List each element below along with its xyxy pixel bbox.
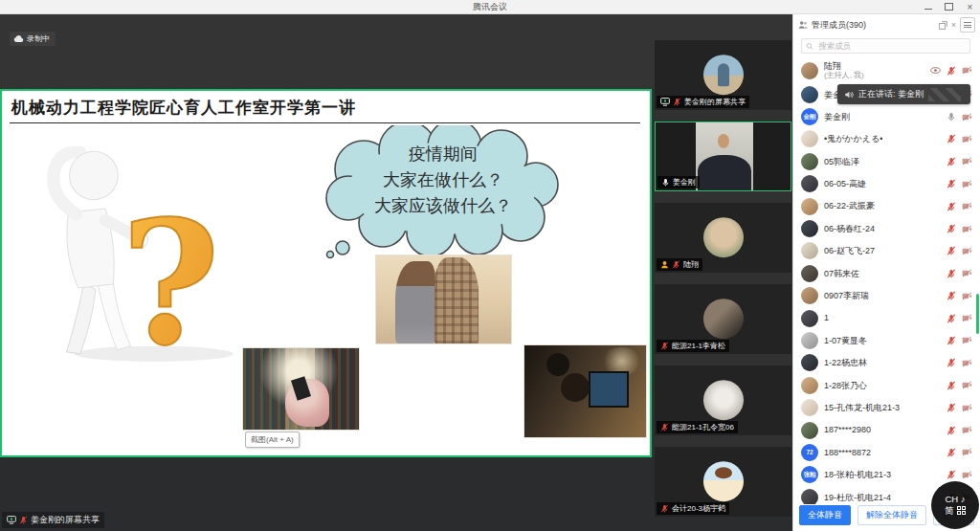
member-row[interactable]: 15-孔伟龙-机电21-3 [793,396,980,418]
mic-muted-icon[interactable] [947,224,956,233]
member-row[interactable]: 1 [793,307,980,329]
camera-off-icon[interactable] [962,269,972,277]
camera-off-icon[interactable] [962,404,972,412]
recording-badge[interactable]: 录制中 [10,32,56,46]
member-name: 19-杜欣-机电21-4 [824,493,891,502]
member-row[interactable]: 1-22杨忠林 [793,352,980,374]
maximize-icon[interactable] [945,3,953,11]
member-row[interactable]: 187****2980 [793,419,980,441]
member-row[interactable]: 06-杨春红-24 [793,217,980,239]
member-row[interactable]: 06-赵飞飞-27 [793,240,980,262]
mic-muted-icon[interactable] [947,448,956,457]
ime-grid-icon [957,506,966,515]
ime-indicator[interactable]: CH ♪ 简 [931,481,979,529]
thinking-figure-illustration: ? [8,137,266,365]
mic-muted-icon [660,342,669,350]
camera-off-icon[interactable] [962,471,972,479]
video-tile[interactable]: 能源21-1孔令宽06 [655,365,791,435]
member-row[interactable]: 金刚 姜金刚 [793,105,980,127]
mic-muted-icon[interactable] [947,202,956,211]
video-tile[interactable]: 会计20-3杨宇鹤 [655,447,791,517]
member-avatar [801,354,818,371]
mic-muted-icon[interactable] [947,246,956,255]
member-row[interactable]: 06-22-武振豪 [793,195,980,217]
close-icon[interactable]: × [966,3,974,11]
video-tile[interactable]: 姜金刚的屏幕共享 [655,40,791,110]
member-row[interactable]: 06-05-高婕 [793,173,980,195]
tile-name-label: 姜金刚 [657,176,700,188]
ime-lang-text: 简 [945,506,954,516]
unmute-all-button[interactable]: 解除全体静音 [858,505,926,525]
video-tile[interactable]: 能源21-1李青松 [655,284,791,354]
member-search-box[interactable] [801,38,970,54]
camera-off-icon[interactable] [962,157,972,166]
member-name: 姜金刚 [824,112,850,122]
camera-off-icon[interactable] [962,66,972,75]
close-panel-icon[interactable]: × [951,20,956,30]
panel-menu-icon[interactable] [960,17,975,33]
member-avatar [801,422,818,439]
camera-off-icon[interactable] [962,314,972,322]
camera-off-icon[interactable] [962,448,972,456]
search-input[interactable] [816,40,966,52]
member-name: 1-07黄显冬 [824,336,867,345]
camera-off-icon[interactable] [962,292,972,300]
camera-off-icon[interactable] [962,113,972,122]
mic-muted-icon[interactable] [947,381,956,390]
mic-muted-icon[interactable] [947,291,956,300]
member-row[interactable]: 0907李新瑞 [793,285,980,307]
camera-off-icon[interactable] [962,180,972,188]
scrollbar-thumb[interactable] [976,294,979,334]
mic-muted-icon[interactable] [947,157,956,166]
couple-woman-shape [395,261,435,343]
member-name: 07韩来佐 [824,269,859,278]
screen-share-icon [7,516,16,524]
camera-off-icon[interactable] [962,426,972,434]
camera-off-icon[interactable] [962,247,972,255]
member-row[interactable]: 72 188****8872 [793,441,980,463]
tile-name-label: 能源21-1李青松 [657,340,729,352]
member-row[interactable]: 1-07黄显冬 [793,329,980,351]
mic-muted-icon[interactable] [947,403,956,412]
camera-off-icon[interactable] [962,359,972,367]
window-title: 腾讯会议 [0,1,980,13]
svg-text:?: ? [121,184,220,365]
mic-muted-icon[interactable] [947,358,956,367]
member-row[interactable]: 07韩来佐 [793,262,980,284]
member-avatar [801,332,818,349]
member-avatar: 张粕 [801,466,818,483]
member-row[interactable]: 05郭临泽 [793,150,980,172]
tile-participant-name: 能源21-1李青松 [672,341,725,351]
mic-muted-icon[interactable] [947,314,956,323]
video-tile[interactable]: 陆翔 [655,203,791,273]
mic-on-icon[interactable] [947,112,956,122]
camera-off-icon[interactable] [962,202,972,210]
tile-participant-name: 会计20-3杨宇鹤 [672,503,725,514]
participant-avatar [703,461,744,501]
camera-off-icon[interactable] [962,336,972,344]
camera-off-icon[interactable] [962,225,972,233]
mic-muted-icon[interactable] [947,426,956,435]
participant-avatar [703,380,744,420]
spotlight-eye-icon[interactable] [930,66,941,75]
mic-muted-icon[interactable] [947,66,956,76]
screenshot-shortcut-tooltip[interactable]: 截图(Alt + A) [245,431,300,448]
mute-all-button[interactable]: 全体静音 [799,505,851,525]
speaking-now-text: 正在讲话: 姜金刚 [858,88,924,100]
minimize-icon[interactable] [924,4,932,10]
video-tile[interactable]: 姜金刚 [655,122,791,191]
mic-muted-icon[interactable] [947,470,956,479]
member-row[interactable]: 陆翔 (主持人, 我) [793,57,980,83]
mic-muted-icon[interactable] [947,269,956,278]
camera-off-icon[interactable] [962,381,972,389]
member-row[interactable]: 1-28张乃心 [793,374,980,396]
member-name: 0907李新瑞 [824,291,869,300]
mic-muted-icon[interactable] [947,134,956,144]
slide-image-library [242,347,360,431]
member-avatar [801,399,818,416]
member-row[interactable]: •鬼がかかえる• [793,128,980,150]
popout-icon[interactable] [939,21,947,30]
mic-muted-icon[interactable] [947,179,956,188]
camera-off-icon[interactable] [962,135,972,144]
mic-muted-icon[interactable] [947,336,956,345]
